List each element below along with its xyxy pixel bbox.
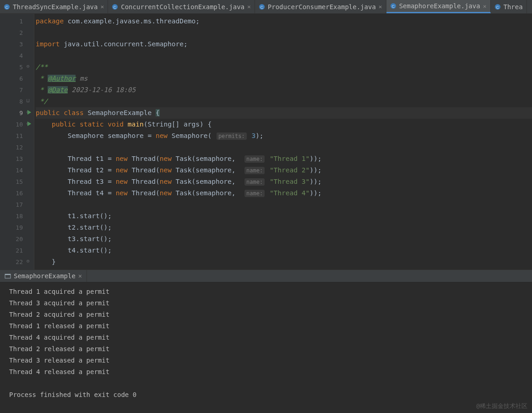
code-line: package com.example.javase.ms.threadDemo… — [36, 16, 532, 27]
tab-producer[interactable]: C ProducerConsumerExample.java × — [255, 0, 386, 13]
code-line: * @Date 2023-12-16 18:05 — [36, 84, 532, 96]
run-config-icon — [5, 273, 11, 279]
console-line: Thread 1 acquired a permit — [9, 286, 523, 297]
fold-icon[interactable]: ⊖ — [27, 258, 30, 264]
inlay-hint: name: — [244, 167, 265, 174]
run-panel-tabs: SemaphoreExample × — [0, 270, 532, 282]
inlay-hint: name: — [244, 178, 265, 186]
code-line: */ — [36, 96, 532, 107]
gutter: 1 2 3 4 5 6 7 8 9 10 11 12 13 14 15 16 1… — [0, 14, 34, 270]
run-tab-semaphore[interactable]: SemaphoreExample × — [0, 270, 87, 282]
code-line: public class SemaphoreExample { — [36, 107, 532, 119]
code-line: } — [36, 256, 532, 268]
svg-text:C: C — [5, 5, 8, 9]
code-line: t4.start(); — [36, 245, 532, 256]
tab-label: ThreadSyncExample.java — [13, 3, 98, 11]
java-icon: C — [259, 4, 265, 10]
inlay-hint: name: — [244, 155, 265, 163]
java-icon: C — [4, 4, 10, 10]
code-line: public static void main(String[] args) { — [36, 119, 532, 130]
tab-label: ProducerConsumerExample.java — [268, 3, 376, 11]
java-icon: C — [112, 4, 118, 10]
tab-label: SemaphoreExample.java — [399, 2, 480, 10]
code-line: /** — [36, 61, 532, 73]
editor-tabs: C ThreadSyncExample.java × C ConcurrentC… — [0, 0, 532, 14]
code-line: t2.start(); — [36, 222, 532, 233]
code-line: t1.start(); — [36, 210, 532, 222]
tab-concurrent[interactable]: C ConcurrentCollectionExample.java × — [108, 0, 255, 13]
svg-rect-11 — [5, 274, 11, 275]
console-line: Thread 3 released a permit — [9, 355, 523, 366]
java-icon: C — [494, 4, 501, 10]
code-line — [36, 27, 532, 39]
code-line: Semaphore semaphore = new Semaphore( per… — [36, 130, 532, 142]
fold-icon[interactable]: ⊖ — [27, 63, 30, 69]
inlay-hint: permits: — [217, 132, 247, 140]
svg-text:C: C — [496, 5, 499, 9]
svg-text:C: C — [114, 5, 116, 9]
console-line — [9, 378, 523, 389]
tab-threadsync[interactable]: C ThreadSyncExample.java × — [0, 0, 108, 13]
code-area[interactable]: package com.example.javase.ms.threadDemo… — [34, 14, 532, 270]
tab-label: Threa — [504, 3, 523, 11]
console-line: Process finished with exit code 0 — [9, 389, 523, 401]
fold-icon[interactable]: ⊖ — [27, 109, 30, 115]
svg-text:C: C — [391, 4, 394, 9]
close-icon[interactable]: × — [379, 3, 382, 10]
close-icon[interactable]: × — [483, 3, 487, 10]
run-tab-label: SemaphoreExample — [14, 272, 76, 280]
console-line: Thread 4 acquired a permit — [9, 332, 523, 343]
code-line: Thread t2 = new Thread(new Task(semaphor… — [36, 165, 532, 176]
console-line: Thread 4 released a permit — [9, 366, 523, 378]
tab-label: ConcurrentCollectionExample.java — [121, 3, 244, 11]
code-line: Thread t1 = new Thread(new Task(semaphor… — [36, 153, 532, 165]
java-icon: C — [390, 3, 396, 9]
fold-icon[interactable]: ⊖ — [27, 121, 30, 127]
code-line: import java.util.concurrent.Semaphore; — [36, 39, 532, 50]
tab-semaphore[interactable]: C SemaphoreExample.java × — [386, 0, 491, 13]
code-line — [36, 199, 532, 210]
code-line — [36, 142, 532, 153]
tab-truncated[interactable]: C Threa — [491, 0, 527, 13]
code-editor[interactable]: 1 2 3 4 5 6 7 8 9 10 11 12 13 14 15 16 1… — [0, 14, 532, 270]
close-icon[interactable]: × — [78, 272, 82, 280]
code-line: Thread t3 = new Thread(new Task(semaphor… — [36, 176, 532, 187]
fold-icon[interactable]: ⊔ — [27, 98, 30, 104]
console-line: Thread 3 acquired a permit — [9, 297, 523, 309]
code-line — [36, 50, 532, 61]
code-line: Thread t4 = new Thread(new Task(semaphor… — [36, 187, 532, 199]
console-output[interactable]: Thread 1 acquired a permit Thread 3 acqu… — [0, 282, 532, 413]
code-line: * @Author ms — [36, 73, 532, 84]
console-line: Thread 2 released a permit — [9, 343, 523, 355]
close-icon[interactable]: × — [247, 3, 251, 10]
console-line: Thread 1 released a permit — [9, 320, 523, 332]
inlay-hint: name: — [244, 190, 265, 197]
fold-column: ⊖ ⊔ ⊖ ⊖ ⊖ — [25, 14, 34, 270]
close-icon[interactable]: × — [100, 3, 104, 10]
svg-text:C: C — [261, 5, 263, 9]
code-line: t3.start(); — [36, 233, 532, 245]
console-line: Thread 2 acquired a permit — [9, 309, 523, 320]
